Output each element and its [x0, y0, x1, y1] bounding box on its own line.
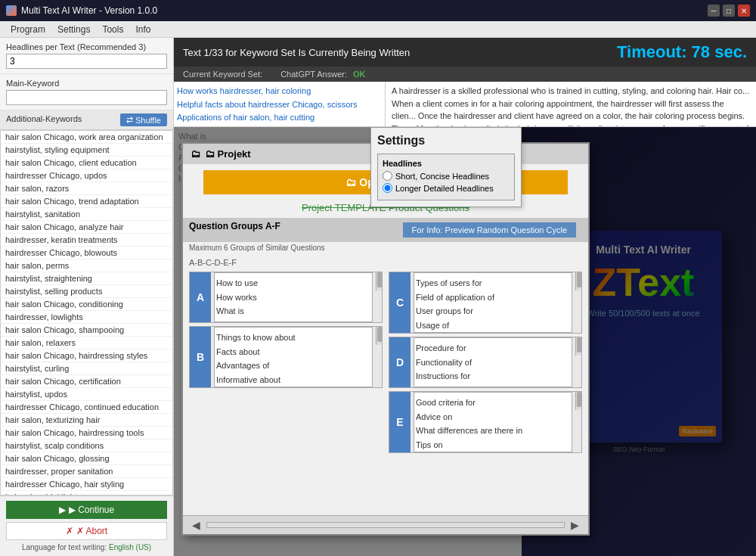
sub-content: What isOnceAfterOnceIn a A-B-C-D-E-F A1 …	[174, 127, 756, 556]
keyword-item[interactable]: hair salon Chicago, analyze hair	[1, 221, 172, 234]
group-questions-c: Types of users forField of application o…	[414, 272, 572, 333]
question-groups-sub: Maximum 6 Groups of Similar Questions	[183, 242, 588, 253]
menu-settings[interactable]: Settings	[51, 23, 96, 36]
radio-short-label: Short, Concise Headlines	[395, 172, 489, 181]
keyword-item[interactable]: hair salon Chicago, shampooing	[1, 324, 172, 337]
modal-nav-row: ◀ ▶	[183, 515, 588, 534]
group-questions-d: Procedure forFunctionality ofInstruction…	[414, 337, 572, 387]
group-letter-e: E	[389, 392, 411, 452]
right-area: Text 1/33 for Keyword Set Is Currently B…	[174, 38, 756, 556]
keyword-item[interactable]: hairdresser Chicago, blowouts	[1, 247, 172, 259]
minimize-button[interactable]: ─	[708, 5, 720, 17]
info-button[interactable]: For Info: Preview Random Question Cycle	[403, 222, 576, 238]
group-letter-a: A	[190, 272, 211, 322]
main-content: Headlines per Text (Recommended 3) Main-…	[0, 38, 756, 556]
keyword-item[interactable]: hairstylist, selling products	[1, 285, 172, 298]
menu-program[interactable]: Program	[5, 23, 51, 36]
keywords-list: hair salon Chicago, work area organizati…	[0, 130, 173, 495]
chatgpt-response: A hairdresser is a skilled professional …	[386, 82, 756, 126]
modal-overlay: 🗂 🗂 Projekt 🗂 Open Project Project TEMPL…	[174, 127, 756, 556]
group-question: How works	[216, 290, 370, 305]
nav-left[interactable]: ◀	[189, 517, 203, 533]
abcd-header: A-B-C-D-E-F	[183, 256, 588, 269]
keyword-set-label: Current Keyword Set:	[183, 70, 262, 79]
keyword-item[interactable]: hairstylist, curling	[1, 362, 172, 375]
keyword-link[interactable]: Helpful facts about hairdresser Chicago,…	[177, 98, 382, 112]
keyword-item[interactable]: hairstylist, updos	[1, 388, 172, 401]
keyword-item[interactable]: hair salon Chicago, hairdressing tools	[1, 427, 172, 440]
nav-right[interactable]: ▶	[568, 517, 582, 533]
group-question: What is	[216, 304, 370, 318]
keyword-item[interactable]: hair salon Chicago, certification	[1, 375, 172, 388]
keyword-item[interactable]: hairstylist, styling equipment	[1, 144, 172, 157]
keyword-list-panel: How works hairdresser, hair coloringHelp…	[174, 82, 386, 126]
question-groups-header: Question Groups A-F For Info: Preview Ra…	[183, 218, 588, 242]
app-icon	[6, 5, 17, 16]
group-question: Tips on	[416, 438, 570, 452]
continue-button[interactable]: ▶ ▶ Continue	[6, 501, 167, 519]
keyword-item[interactable]: hair salon Chicago, work area organizati…	[1, 131, 172, 144]
group-question: Instructions for	[416, 369, 570, 384]
group-question: Informative about	[216, 373, 370, 387]
maximize-button[interactable]: □	[723, 5, 735, 17]
headlines-settings-group: Headlines Short, Concise Headlines Longe…	[377, 154, 515, 200]
chatgpt-status: OK	[353, 70, 366, 79]
keyword-link[interactable]: Applications of hair salon, hair cutting	[177, 111, 382, 125]
chatgpt-label: ChatGPT Answer:	[280, 70, 347, 79]
keyword-item[interactable]: hairdresser, keratin treatments	[1, 234, 172, 247]
radio-long[interactable]: Longer Detailed Headlines	[383, 183, 510, 193]
keyword-item[interactable]: hair salon Chicago, glossing	[1, 452, 172, 465]
radio-long-label: Longer Detailed Headlines	[395, 184, 494, 193]
keyword-item[interactable]: hair salon Chicago, client education	[1, 157, 172, 169]
group-item-a[interactable]: AHow to useHow worksWhat is	[189, 272, 383, 323]
settings-panel: Settings Headlines Short, Concise Headli…	[370, 127, 522, 207]
keyword-item[interactable]: hair salon, razors	[1, 182, 172, 195]
radio-short[interactable]: Short, Concise Headlines	[383, 171, 510, 181]
menu-info[interactable]: Info	[129, 23, 156, 36]
keyword-item[interactable]: hairstylist, sanitation	[1, 208, 172, 221]
group-item-d[interactable]: DProcedure forFunctionality ofInstructio…	[389, 337, 582, 388]
settings-title: Settings	[377, 134, 515, 148]
keyword-set-bar: Current Keyword Set: ChatGPT Answer: OK	[174, 67, 756, 82]
keyword-link[interactable]: How works hairdresser, hair coloring	[177, 85, 382, 98]
group-item-b[interactable]: BThings to know aboutFacts aboutAdvantag…	[189, 326, 383, 388]
radio-long-input[interactable]	[383, 183, 392, 193]
keyword-item[interactable]: hairdresser, lowlights	[1, 311, 172, 324]
shuffle-button[interactable]: ⇄ Shuffle	[120, 113, 167, 126]
headlines-section: Headlines per Text (Recommended 3)	[0, 38, 173, 74]
window-controls[interactable]: ─ □ ✕	[708, 5, 750, 17]
keyword-item[interactable]: hair salon Chicago, trend adaptation	[1, 195, 172, 208]
keyword-item[interactable]: hairdresser Chicago, hair styling	[1, 478, 172, 491]
continue-icon: ▶	[59, 505, 66, 515]
keyword-item[interactable]: hairdresser Chicago, updos	[1, 169, 172, 182]
groups-container: AHow to useHow worksWhat isBThings to kn…	[183, 269, 588, 515]
top-bar: Text 1/33 for Keyword Set Is Currently B…	[174, 38, 756, 67]
close-button[interactable]: ✕	[738, 5, 750, 17]
keyword-item[interactable]: hair salon Chicago, hairdressing styles	[1, 349, 172, 362]
group-question: Good criteria for	[416, 396, 570, 410]
headlines-label: Headlines per Text (Recommended 3)	[6, 42, 167, 51]
keyword-item[interactable]: hair salon, relaxers	[1, 337, 172, 349]
headlines-settings-title: Headlines	[383, 159, 510, 168]
headlines-input[interactable]	[6, 54, 167, 69]
keyword-item[interactable]: hair salon, texturizing hair	[1, 414, 172, 427]
group-question: Functionality of	[416, 356, 570, 370]
keyword-item[interactable]: hairstylist, scalp conditions	[1, 440, 172, 452]
group-item-c[interactable]: CTypes of users forField of application …	[389, 272, 582, 334]
keyword-item[interactable]: hairstylist, straightening	[1, 272, 172, 285]
keyword-item[interactable]: hairdresser, proper sanitation	[1, 465, 172, 478]
modal-folder-icon: 🗂	[191, 148, 200, 160]
menu-tools[interactable]: Tools	[96, 23, 129, 36]
group-question: Procedure for	[416, 341, 570, 356]
keyword-item[interactable]: hair salon Chicago, conditioning	[1, 298, 172, 311]
keyword-item[interactable]: hair salon, perms	[1, 259, 172, 272]
group-item-e[interactable]: EGood criteria forAdvice onWhat differen…	[389, 391, 582, 453]
main-keyword-input[interactable]	[6, 90, 167, 105]
radio-short-input[interactable]	[383, 171, 392, 181]
keyword-item[interactable]: hairdresser Chicago, continued education	[1, 401, 172, 414]
sidebar-bottom: ▶ ▶ Continue ✗ ✗ Abort Language for text…	[0, 495, 173, 556]
group-questions-a: How to useHow worksWhat is	[214, 272, 373, 322]
group-column-right: CTypes of users forField of application …	[389, 272, 582, 512]
abort-button[interactable]: ✗ ✗ Abort	[6, 522, 167, 540]
left-sidebar: Headlines per Text (Recommended 3) Main-…	[0, 38, 174, 556]
